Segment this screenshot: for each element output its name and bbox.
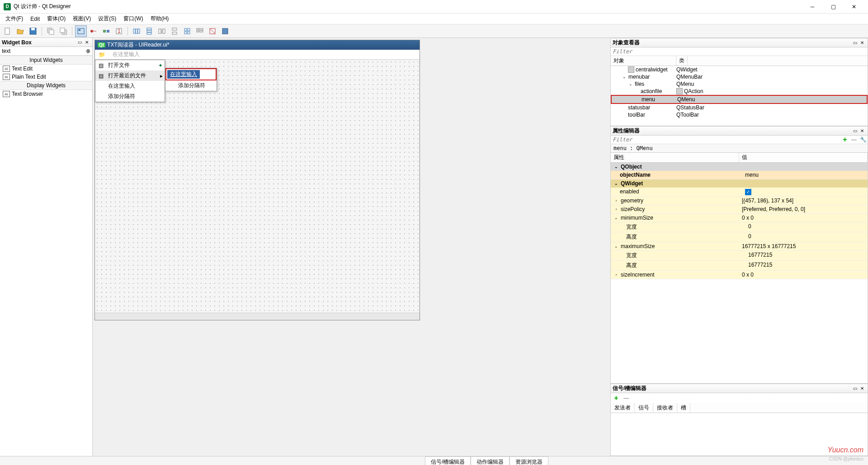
obj-files[interactable]: ⌄filesQMenu: [611, 80, 868, 88]
remove-signal-button[interactable]: —: [622, 394, 631, 402]
category-input-widgets[interactable]: Input Widgets: [0, 56, 92, 65]
group-qwidget[interactable]: ⌄QWidget: [611, 179, 868, 188]
edit-widgets-button[interactable]: [75, 25, 87, 37]
prop-geometry[interactable]: ›geometry[(457, 186), 137 x 54]: [611, 197, 868, 205]
menu-help[interactable]: 帮助(H): [147, 14, 173, 24]
prop-maxwidth[interactable]: 宽度16777215: [611, 251, 868, 261]
tab-signal-slot[interactable]: 信号/槽编辑器: [425, 456, 471, 465]
layout-hsplit-button[interactable]: [156, 25, 168, 37]
dd-open-recent[interactable]: ▤ 打开最近的文件 ▸: [95, 70, 165, 81]
obj-menu[interactable]: menuQMenu: [611, 95, 868, 104]
add-signal-button[interactable]: +: [612, 394, 621, 402]
toolbar: 1: [0, 24, 868, 38]
dock-button[interactable]: ▭: [851, 127, 859, 135]
widget-plain-text-edit[interactable]: AIPlain Text Edit: [0, 73, 92, 81]
layout-form-button[interactable]: [194, 25, 206, 37]
prop-enabled[interactable]: enabled✓: [611, 188, 868, 197]
panel-close-button[interactable]: ✕: [859, 39, 866, 47]
prop-maxheight[interactable]: 高度16777215: [611, 261, 868, 271]
menu-placeholder[interactable]: 在这里输入: [109, 50, 143, 59]
dock-button[interactable]: ▭: [851, 385, 859, 392]
svg-rect-28: [188, 32, 190, 34]
menubar: 文件(F) Edit 窗体(O) 视图(V) 设置(S) 窗口(W) 帮助(H): [0, 14, 868, 24]
tab-resource-browser[interactable]: 资源浏览器: [509, 456, 548, 465]
panel-close-button[interactable]: ✕: [83, 39, 90, 46]
svg-rect-0: [5, 28, 9, 34]
clear-search-button[interactable]: ⊗: [84, 48, 92, 54]
panel-close-button[interactable]: ✕: [859, 385, 866, 392]
save-button[interactable]: [27, 25, 39, 37]
widget-text-browser[interactable]: AIText Browser: [0, 90, 92, 98]
svg-rect-23: [172, 28, 177, 30]
layout-grid-button[interactable]: [181, 25, 193, 37]
panel-close-button[interactable]: ✕: [859, 127, 866, 135]
horizontal-scrollbar[interactable]: [95, 313, 420, 320]
close-button[interactable]: ✕: [844, 0, 864, 14]
widget-text-edit[interactable]: AIText Edit: [0, 65, 92, 73]
minimize-button[interactable]: ─: [802, 0, 823, 14]
add-property-button[interactable]: +: [840, 136, 849, 144]
group-qobject[interactable]: ⌄QObject: [611, 163, 868, 171]
obj-statusbar[interactable]: statusbarQStatusBar: [611, 104, 868, 111]
property-filter-input[interactable]: [611, 136, 840, 144]
expander-icon[interactable]: ⌄: [628, 82, 633, 86]
break-layout-button[interactable]: [207, 25, 218, 37]
object-tree[interactable]: centralwidgetQWidget ⌄menubarQMenuBar ⌄f…: [611, 66, 868, 126]
send-back-button[interactable]: [45, 25, 57, 37]
remove-property-button[interactable]: —: [849, 136, 859, 143]
prop-minsize[interactable]: ⌄minimumSize0 x 0: [611, 214, 868, 222]
window-title: Qt 设计师 - Qt Designer: [14, 3, 802, 10]
menu-view[interactable]: 视图(V): [69, 14, 94, 24]
open-file-button[interactable]: [14, 25, 26, 37]
dd-type-here[interactable]: 在这里输入: [95, 81, 165, 91]
obj-centralwidget[interactable]: centralwidgetQWidget: [611, 66, 868, 73]
dd-open-file[interactable]: ▤ 打开文件 ✦: [95, 60, 165, 70]
tab-action-editor[interactable]: 动作编辑器: [471, 456, 509, 465]
submenu-add-separator[interactable]: 添加分隔符: [165, 80, 217, 91]
layout-v-button[interactable]: [143, 25, 155, 37]
category-display-widgets[interactable]: Display Widgets: [0, 81, 92, 90]
layout-h-button[interactable]: [131, 25, 142, 37]
wrench-icon[interactable]: 🔧: [859, 136, 868, 143]
adjust-size-button[interactable]: [219, 25, 231, 37]
new-file-button[interactable]: [2, 25, 14, 37]
folder-menu-icon[interactable]: 📁: [95, 50, 109, 59]
edit-buddies-button[interactable]: [100, 25, 112, 37]
svg-rect-17: [147, 28, 151, 30]
design-menubar[interactable]: 📁 在这里输入: [95, 50, 420, 60]
property-editor-title: 属性编辑器: [613, 127, 851, 135]
obj-menubar[interactable]: ⌄menubarQMenuBar: [611, 73, 868, 80]
dock-button[interactable]: ▭: [76, 39, 83, 46]
object-filter-input[interactable]: [611, 47, 868, 56]
dock-button[interactable]: ▭: [851, 39, 859, 47]
submenu-type-here[interactable]: 在这里输入: [165, 68, 217, 80]
prop-sizepolicy[interactable]: ›sizePolicy[Preferred, Preferred, 0, 0]: [611, 205, 868, 214]
menu-edit[interactable]: Edit: [27, 14, 43, 23]
prop-objectname[interactable]: objectNamemenu: [611, 171, 868, 179]
bring-front-button[interactable]: [57, 25, 69, 37]
prop-minwidth[interactable]: 宽度0: [611, 222, 868, 232]
dd-add-separator[interactable]: 添加分隔符: [95, 91, 165, 102]
svg-rect-24: [172, 32, 177, 34]
layout-vsplit-button[interactable]: [169, 25, 180, 37]
widget-search-input[interactable]: [0, 47, 84, 55]
svg-rect-4: [49, 30, 54, 34]
prop-maxsize[interactable]: ⌄maximumSize16777215 x 16777215: [611, 242, 868, 251]
expander-icon[interactable]: ⌄: [622, 75, 627, 79]
design-canvas[interactable]: ▤ 打开文件 ✦ ▤ 打开最近的文件 ▸ 在这里输入 添加分隔符 在这里输: [95, 60, 420, 313]
menu-window[interactable]: 窗口(W): [120, 14, 146, 24]
checkbox-checked-icon[interactable]: ✓: [745, 189, 751, 195]
maximize-button[interactable]: ▢: [823, 0, 844, 14]
signal-header: 发送者 信号 接收者 槽: [611, 403, 868, 413]
property-table[interactable]: ⌄QObject objectNamemenu ⌄QWidget enabled…: [611, 163, 868, 383]
obj-toolbar[interactable]: toolBarQToolBar: [611, 111, 868, 118]
prop-sizeincrement[interactable]: ›sizeIncrement0 x 0: [611, 271, 868, 279]
edit-taborder-button[interactable]: 1: [113, 25, 125, 37]
menu-settings[interactable]: 设置(S): [94, 14, 120, 24]
prop-minheight[interactable]: 高度0: [611, 232, 868, 242]
menu-form[interactable]: 窗体(O): [43, 14, 69, 24]
obj-actionfile[interactable]: actionfile QAction: [611, 88, 868, 95]
edit-signals-button[interactable]: [88, 25, 99, 37]
menu-file[interactable]: 文件(F): [2, 14, 27, 24]
design-window[interactable]: Qt TXT阅读器 - UIReader.ui* 📁 在这里输入 ▤ 打开文件 …: [94, 40, 420, 320]
